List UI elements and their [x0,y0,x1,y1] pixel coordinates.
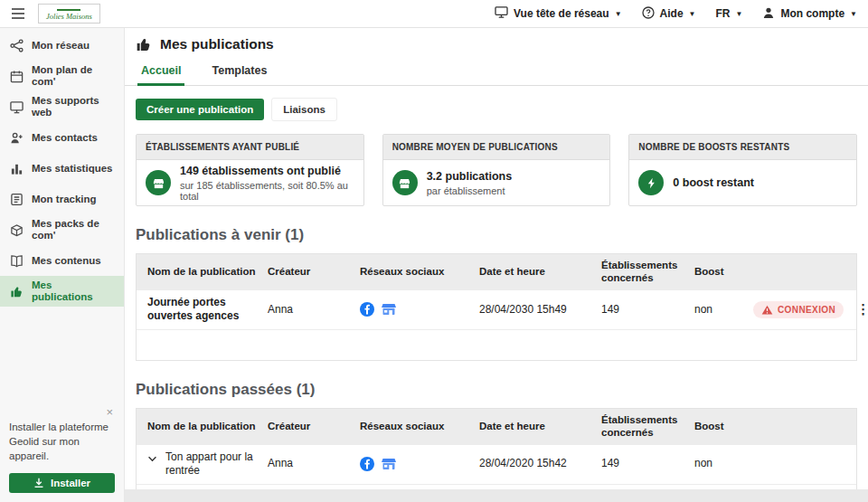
sidebar-item-mes-contacts[interactable]: Mes contacts [0,122,124,153]
stat-card-body: 149 établissements ont publié sur 185 ét… [137,160,363,205]
network-view-menu[interactable]: Vue tête de réseau ▼ [495,6,622,21]
connexion-warning-badge[interactable]: CONNEXION [753,301,844,318]
sidebar-item-label: Mes publications [32,279,114,302]
topbar: Jolies Maisons Vue tête de réseau ▼ Aide… [0,0,868,28]
column-header: Établissements concernés [601,254,694,289]
stat-card-body: 0 boost restant [629,160,856,205]
sidebar-item-mon-reseau[interactable]: Mon réseau [0,30,124,61]
monitor-icon [10,100,24,114]
connexion-badge-label: CONNEXION [778,305,835,315]
publication-creator: Anna [268,457,360,471]
help-icon [642,6,655,22]
book-icon [10,254,24,268]
google-business-icon [382,457,396,471]
column-header-spacer [753,267,856,276]
table-row: Journée portes ouvertes agences Anna 28/… [137,289,856,329]
row-end-cell: CONNEXION ⋮ [753,301,868,318]
expand-chevron-icon[interactable] [147,452,157,467]
stat-value: 149 établissements ont publié [180,165,354,178]
help-label: Aide [660,7,684,20]
network-icon [10,39,24,52]
boost-icon [638,170,664,195]
sidebar-item-mon-tracking[interactable]: Mon tracking [0,184,124,214]
facebook-icon [360,302,374,317]
stat-card-boosts: NOMBRE DE BOOSTS RESTANTS 0 boost restan… [628,134,857,206]
tab-templates[interactable]: Templates [208,59,270,85]
publication-networks [360,302,479,317]
sidebar-item-label: Mon plan de com' [32,64,114,87]
install-button[interactable]: Installer [9,473,115,493]
store-icon [146,170,171,195]
tab-bar: Accueil Templates [125,59,868,86]
stat-value: 3.2 publications [427,170,512,184]
create-publication-button[interactable]: Créer une publication [136,99,264,120]
page-background-strip [125,489,868,502]
column-header: Boost [694,415,753,437]
column-header: Nom de la publication [147,260,268,282]
kebab-menu-icon[interactable]: ⋮ [849,301,868,317]
page-title-text: Mes publications [160,36,274,52]
sidebar-item-mes-publications[interactable]: Mes publications [0,276,124,307]
sidebar-item-mes-supports-web[interactable]: Mes supports web [0,91,124,122]
section-title-past: Publications passées (1) [136,381,857,399]
sidebar-item-label: Mes statistiques [32,163,112,175]
stat-card-header: NOMBRE MOYEN DE PUBLICATIONS [383,135,610,160]
sidebar-item-mes-contenus[interactable]: Mes contenus [0,245,124,276]
liaisons-button[interactable]: Liaisons [271,98,337,121]
table-header-row: Nom de la publication Créateur Réseaux s… [137,254,856,289]
chevron-down-icon: ▼ [850,10,857,18]
table-footer [137,329,856,360]
download-icon [33,478,44,488]
stat-card-etablissements: ÉTABLISSEMENTS AYANT PUBLIÉ 149 établiss… [136,134,364,206]
facebook-icon [360,457,374,471]
publication-name: Journée portes ouvertes agences [147,296,268,324]
store-icon [392,170,418,195]
stat-text: 0 boost restant [673,176,754,190]
column-header-spacer [753,421,856,431]
network-view-icon [495,6,508,21]
publication-boost: non [694,303,753,317]
account-menu[interactable]: Mon compte ▼ [762,6,857,22]
tab-accueil[interactable]: Accueil [137,59,184,85]
sidebar-item-mon-plan-de-com[interactable]: Mon plan de com' [0,61,124,91]
publication-date: 28/04/2030 15h49 [479,303,601,317]
sidebar-item-label: Mes contacts [32,132,98,144]
publication-name: Ton appart pour la rentrée [165,450,259,478]
stat-card-moyenne: NOMBRE MOYEN DE PUBLICATIONS 3.2 publica… [382,134,611,206]
install-prompt: × Installer la plateforme Geolid sur mon… [0,403,124,502]
install-button-label: Installer [51,478,90,488]
publication-creator: Anna [268,303,360,317]
column-header: Créateur [268,415,360,437]
column-header: Boost [694,260,753,282]
warning-icon [761,305,773,315]
publication-boost: non [694,457,753,471]
sidebar-item-mes-packs-de-com[interactable]: Mes packs de com' [0,214,124,245]
language-label: FR [715,7,730,20]
hamburger-menu-icon[interactable] [11,7,25,20]
publication-date: 28/04/2020 15h42 [479,457,601,471]
language-menu[interactable]: FR ▼ [715,7,742,20]
publication-name-cell: Ton appart pour la rentrée [147,450,268,478]
brand-logo-decoration [57,6,80,11]
publication-networks [360,457,479,471]
help-menu[interactable]: Aide ▼ [642,6,696,22]
sidebar-item-mes-statistiques[interactable]: Mes statistiques [0,153,124,184]
thumbs-up-icon [136,36,152,52]
stat-sub: par établissement [427,185,512,196]
account-label: Mon compte [780,7,844,20]
chevron-down-icon: ▼ [615,10,622,18]
network-view-label: Vue tête de réseau [514,7,609,20]
tracking-icon [10,193,24,206]
sidebar-item-label: Mon tracking [32,194,97,205]
chevron-down-icon: ▼ [689,10,696,18]
sidebar: Mon réseau Mon plan de com' Mes supports… [0,28,125,502]
brand-logo[interactable]: Jolies Maisons [38,4,100,24]
sidebar-item-label: Mon réseau [32,40,90,52]
close-icon[interactable]: × [9,406,115,418]
contacts-icon [10,131,24,145]
sidebar-item-label: Mes packs de com' [32,218,114,241]
section-title-upcoming: Publications à venir (1) [136,226,857,244]
sidebar-item-label: Mes supports web [32,95,114,118]
past-publications-table: Nom de la publication Créateur Réseaux s… [136,408,857,502]
column-header: Nom de la publication [147,415,268,437]
